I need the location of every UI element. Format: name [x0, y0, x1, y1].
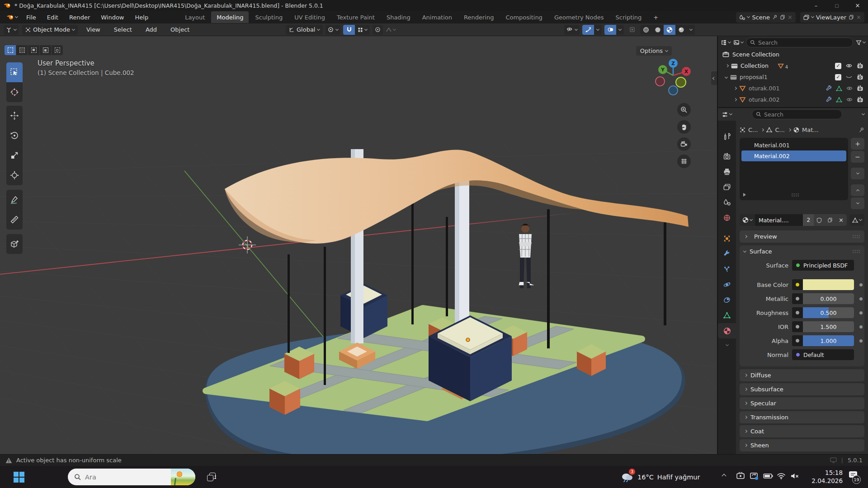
tray-sync-icon[interactable]: [750, 472, 759, 480]
panel-transmission[interactable]: Transmission: [740, 411, 864, 423]
slot-material-001[interactable]: Material.001: [741, 140, 846, 150]
animate-decorator[interactable]: [859, 325, 863, 328]
tool-add-cube[interactable]: [6, 234, 23, 254]
new-scene-icon[interactable]: [780, 14, 785, 20]
tool-transform[interactable]: [6, 165, 23, 185]
tool-move[interactable]: [6, 106, 23, 126]
tray-battery-icon[interactable]: [763, 473, 773, 479]
tab-sculpting[interactable]: Sculpting: [250, 11, 288, 23]
socket-dot[interactable]: [795, 296, 800, 301]
breadcrumb-object[interactable]: C...: [748, 127, 758, 133]
tab-rendering[interactable]: Rendering: [458, 11, 499, 23]
expand-icon[interactable]: [734, 87, 737, 90]
tray-wifi-icon[interactable]: [777, 473, 786, 479]
properties-options-chevron[interactable]: [862, 112, 865, 115]
tab-material[interactable]: [718, 323, 736, 338]
select-extend-button[interactable]: [16, 45, 28, 55]
eye-icon[interactable]: [846, 97, 853, 103]
outliner-display-mode-button[interactable]: [733, 39, 743, 46]
scene-selector[interactable]: Scene ✕: [736, 12, 796, 23]
task-view-button[interactable]: [202, 467, 222, 487]
fake-user-button[interactable]: [814, 214, 825, 226]
tool-rotate[interactable]: [6, 126, 23, 145]
taskbar-clock[interactable]: 15:18 2.04.2026: [807, 469, 843, 485]
tab-compositing[interactable]: Compositing: [500, 11, 548, 23]
menu-help[interactable]: Help: [130, 11, 154, 23]
tab-particles[interactable]: [718, 262, 736, 277]
gizmos-toggle[interactable]: [582, 25, 594, 35]
tool-select-box[interactable]: [6, 62, 23, 82]
normal-button[interactable]: Default: [792, 349, 854, 360]
outliner-editor-type-button[interactable]: [721, 39, 731, 46]
material-link-dropdown[interactable]: [849, 214, 864, 226]
tray-overflow-button[interactable]: [722, 473, 726, 478]
tool-measure[interactable]: [6, 210, 23, 230]
add-slot-button[interactable]: +: [851, 138, 864, 150]
shading-wireframe-button[interactable]: [640, 25, 652, 35]
menu-render[interactable]: Render: [64, 11, 95, 23]
new-view-layer-icon[interactable]: [849, 14, 854, 20]
slot-list-resize-grip[interactable]: [791, 193, 799, 197]
zoom-button[interactable]: [677, 103, 691, 117]
snap-toggle[interactable]: [343, 25, 355, 35]
transform-orientation-selector[interactable]: Global: [286, 25, 323, 35]
editor-type-button[interactable]: [4, 25, 19, 35]
outliner-row-oturak-002[interactable]: oturak.002: [718, 94, 868, 105]
tab-world[interactable]: [718, 210, 736, 225]
select-subtract-button[interactable]: [28, 45, 39, 55]
tab-view-layer[interactable]: [718, 179, 736, 195]
camera-visibility-icon[interactable]: [857, 97, 863, 103]
outliner-row-collection[interactable]: Collection 4 ✓: [718, 60, 868, 71]
proportional-editing-toggle[interactable]: [373, 25, 383, 35]
tab-texture-paint[interactable]: Texture Paint: [331, 11, 380, 23]
tab-uv-editing[interactable]: UV Editing: [289, 11, 330, 23]
tray-mute-icon[interactable]: [790, 473, 799, 479]
tool-cursor[interactable]: [6, 82, 23, 102]
panel-specular[interactable]: Specular: [740, 397, 864, 409]
eye-icon[interactable]: [846, 85, 853, 91]
collection-checkbox[interactable]: ✓: [835, 63, 841, 69]
expand-icon[interactable]: [734, 98, 737, 101]
slot-material-002[interactable]: Material.002: [741, 150, 846, 161]
socket-dot[interactable]: [795, 338, 800, 343]
start-button[interactable]: [10, 469, 28, 485]
panel-subsurface[interactable]: Subsurface: [740, 383, 864, 395]
panel-preview[interactable]: Preview: [740, 230, 864, 243]
users-count-button[interactable]: 2: [803, 214, 814, 226]
browse-material-button[interactable]: [740, 214, 755, 226]
shading-rendered-button[interactable]: [675, 25, 687, 35]
outliner-filter-button[interactable]: [856, 40, 865, 46]
taskbar-search-input[interactable]: [85, 474, 167, 481]
mode-selector[interactable]: Object Mode: [22, 25, 78, 35]
close-button[interactable]: ✕: [847, 2, 868, 9]
tab-render[interactable]: [718, 149, 736, 164]
socket-dot[interactable]: [795, 282, 800, 287]
panel-surface-header[interactable]: Surface: [740, 245, 864, 258]
tab-constraints[interactable]: [718, 292, 736, 308]
camera-visibility-icon[interactable]: [857, 85, 863, 91]
menu-add[interactable]: Add: [141, 25, 162, 35]
maximize-button[interactable]: ▢: [826, 3, 847, 8]
select-intersect-button[interactable]: [52, 45, 63, 55]
add-workspace-button[interactable]: +: [648, 11, 664, 23]
camera-visibility-icon[interactable]: [857, 63, 863, 69]
panel-grip[interactable]: [852, 235, 860, 239]
sidebar-collapse-arrow[interactable]: [711, 71, 717, 85]
tab-object[interactable]: [718, 231, 736, 246]
weather-widget[interactable]: 3 16°C Hafif yağmur: [620, 469, 700, 485]
move-slot-up-button[interactable]: [851, 184, 864, 196]
tray-cast-icon[interactable]: [736, 472, 745, 480]
socket-dot[interactable]: [795, 310, 800, 315]
socket-dot[interactable]: [795, 324, 800, 329]
xray-toggle[interactable]: [627, 27, 637, 33]
menu-view[interactable]: View: [81, 25, 105, 35]
outliner-row-scene-collection[interactable]: Scene Collection: [718, 49, 868, 60]
tab-tool[interactable]: [718, 129, 736, 144]
tab-shading[interactable]: Shading: [381, 11, 416, 23]
tab-rail-more-chevron[interactable]: [725, 343, 728, 346]
alpha-slider[interactable]: 1.000: [803, 335, 854, 346]
tab-scene[interactable]: [718, 195, 736, 210]
falloff-selector[interactable]: [386, 27, 396, 33]
animate-decorator[interactable]: [859, 311, 863, 314]
expand-icon[interactable]: [726, 64, 729, 67]
